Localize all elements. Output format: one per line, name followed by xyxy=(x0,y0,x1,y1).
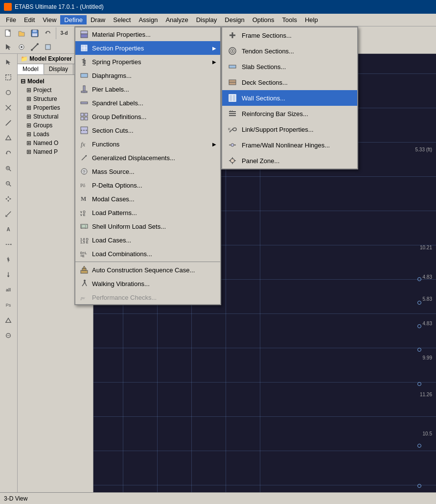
menu-view[interactable]: View xyxy=(39,15,60,24)
menu-help[interactable]: Help xyxy=(301,15,322,24)
toolbar-undo[interactable] xyxy=(42,27,54,40)
menu-assign[interactable]: Assign xyxy=(135,15,161,24)
tool-pan[interactable] xyxy=(1,192,16,206)
menu-load-combinations[interactable]: D+L+E Load Combinations... xyxy=(75,247,220,261)
material-icon xyxy=(79,29,89,39)
tool-rotate[interactable] xyxy=(1,146,16,161)
tool-polygon[interactable] xyxy=(1,131,16,145)
shell-uniform-label: Shell Uniform Load Sets... xyxy=(92,223,216,230)
tab-model[interactable]: Model xyxy=(18,64,44,74)
grid-line-h-13 xyxy=(93,485,436,485)
menu-edit[interactable]: Edit xyxy=(20,15,39,24)
walking-vibrations-label: Walking Vibrations... xyxy=(92,280,216,288)
load-cases-label: Load Cases... xyxy=(92,237,216,244)
tool-label[interactable]: A xyxy=(1,222,16,237)
tool-spring[interactable] xyxy=(1,252,16,267)
menu-group-definitions[interactable]: Group Definitions... xyxy=(75,110,220,123)
submenu-panel-zone[interactable]: Panel Zone... xyxy=(222,153,357,168)
svg-line-36 xyxy=(9,169,11,171)
svg-rect-28 xyxy=(6,75,11,80)
menu-walking-vibrations[interactable]: Walking Vibrations... xyxy=(75,277,220,290)
statusbar-text: 3-D View xyxy=(4,495,27,502)
menu-shell-uniform[interactable]: [...] Shell Uniform Load Sets... xyxy=(75,219,220,233)
tool-measure[interactable] xyxy=(1,207,16,221)
menu-performance-checks[interactable]: pv Performance Checks... xyxy=(75,290,220,304)
tool-intersect[interactable] xyxy=(1,100,16,115)
menu-analyze[interactable]: Analyze xyxy=(161,15,192,24)
menu-modal-cases[interactable]: M Modal Cases... xyxy=(75,192,220,206)
menu-generalized-displacements[interactable]: Generalized Displacements... xyxy=(75,151,220,165)
menu-material-properties[interactable]: Material Properties... xyxy=(75,27,220,41)
menu-display[interactable]: Display xyxy=(192,15,221,24)
toolbar-node[interactable] xyxy=(15,41,28,53)
toolbar-new[interactable] xyxy=(2,27,15,40)
mass-source-label: Mass Source... xyxy=(92,168,216,175)
modal-icon: M xyxy=(79,194,89,204)
tool-load[interactable] xyxy=(1,267,16,282)
section-cuts-label: Section Cuts... xyxy=(92,127,216,134)
toolbar-3d[interactable]: 3-d xyxy=(58,27,70,40)
tool-section-cut[interactable] xyxy=(1,237,16,252)
menu-mass-source[interactable]: ? Mass Source... xyxy=(75,165,220,178)
menu-tools[interactable]: Tools xyxy=(278,15,301,24)
sectioncut-icon xyxy=(79,125,89,135)
menu-options[interactable]: Options xyxy=(249,15,278,24)
submenu-link-support[interactable]: K Link/Support Properties... xyxy=(222,121,357,137)
menu-section-properties[interactable]: Section Properties ▶ xyxy=(75,41,220,55)
submenu-nonlinear-hinges[interactable]: Frame/Wall Nonlinear Hinges... xyxy=(222,137,357,153)
toolbar-save[interactable] xyxy=(28,27,41,40)
menu-p-delta-options[interactable]: Pδ P-Delta Options... xyxy=(75,178,220,192)
submenu-frame-sections[interactable]: Frame Sections... xyxy=(222,27,357,43)
menu-load-patterns[interactable]: v Dv E Load Patterns... xyxy=(75,206,220,219)
tool-line[interactable] xyxy=(1,116,16,130)
spandrel-labels-label: Spandrel Labels... xyxy=(92,99,216,107)
link-support-icon: K xyxy=(227,124,238,135)
svg-text:fx: fx xyxy=(81,141,86,148)
svg-point-109 xyxy=(231,144,234,146)
dim-label-6: 9.99 xyxy=(423,355,432,360)
toolbar-open[interactable] xyxy=(15,27,28,40)
svg-text:1.5 E: 1.5 E xyxy=(80,240,89,244)
menu-design[interactable]: Design xyxy=(221,15,248,24)
toolbar-sep-1 xyxy=(56,27,56,39)
menu-section-cuts[interactable]: Section Cuts... xyxy=(75,123,220,137)
menu-draw[interactable]: Draw xyxy=(87,15,109,24)
menu-diaphragms[interactable]: Diaphragms... xyxy=(75,69,220,82)
tool-zoom-out[interactable] xyxy=(1,176,16,191)
menu-select[interactable]: Select xyxy=(109,15,135,24)
svg-rect-68 xyxy=(81,117,84,120)
svg-rect-62 xyxy=(81,73,88,77)
svg-point-22 xyxy=(21,46,23,48)
menu-file[interactable]: File xyxy=(2,15,20,24)
submenu-slab-sections[interactable]: Slab Sections... xyxy=(222,59,357,74)
tool-rubberband[interactable] xyxy=(1,70,16,85)
load-combinations-label: Load Combinations... xyxy=(92,250,216,258)
rebar-icon xyxy=(227,108,238,119)
tool-extra2[interactable] xyxy=(1,328,16,343)
menu-load-cases[interactable]: 1.0 D1.5 E Load Cases... xyxy=(75,233,220,247)
menu-pier-labels[interactable]: Pier Labels... xyxy=(75,82,220,96)
grid-node-1 xyxy=(417,277,421,281)
svg-rect-3 xyxy=(33,30,37,32)
submenu-deck-sections[interactable]: Deck Sections... xyxy=(222,74,357,90)
submenu-reinforcing-bar[interactable]: Reinforcing Bar Sizes... xyxy=(222,106,357,121)
toolbar-frame2[interactable] xyxy=(28,41,41,53)
section-icon xyxy=(79,43,89,53)
menu-define[interactable]: Define xyxy=(60,15,87,24)
menu-spring-properties[interactable]: Spring Properties ▶ xyxy=(75,55,220,69)
submenu-tendon-sections[interactable]: Tendon Sections... xyxy=(222,43,357,59)
toolbar-wall[interactable] xyxy=(42,41,54,53)
tool-node-select[interactable] xyxy=(1,85,16,100)
tool-ps[interactable]: Ps xyxy=(1,298,16,312)
tool-extra1[interactable] xyxy=(1,313,16,328)
menu-functions[interactable]: fx Functions ▶ xyxy=(75,137,220,151)
tab-display[interactable]: Display xyxy=(44,64,73,74)
tool-pointer[interactable] xyxy=(1,55,16,70)
menu-spandrel-labels[interactable]: Spandrel Labels... xyxy=(75,96,220,110)
submenu-wall-sections[interactable]: Wall Sections... xyxy=(222,90,357,106)
menu-auto-construction[interactable]: Auto Construction Sequence Case... xyxy=(75,263,220,277)
svg-rect-66 xyxy=(81,113,84,116)
toolbar-select-ptr[interactable] xyxy=(2,41,15,53)
tool-all[interactable]: all xyxy=(1,283,16,297)
tool-zoom-in[interactable] xyxy=(1,161,16,176)
